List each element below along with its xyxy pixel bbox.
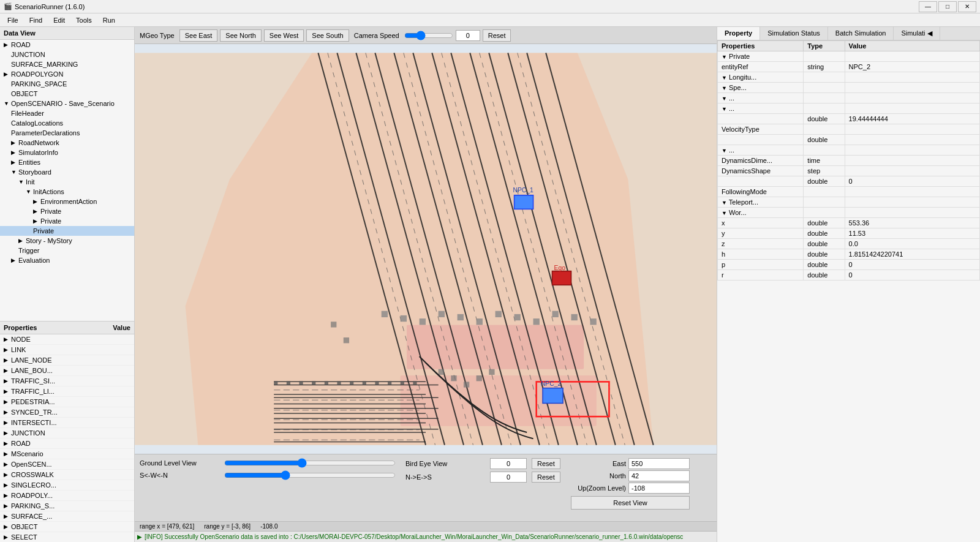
table-row[interactable]: double 0	[718, 176, 980, 187]
tab-batch-simulation[interactable]: Batch Simulation	[828, 27, 894, 40]
svg-rect-63	[274, 381, 277, 385]
table-row[interactable]: DynamicsShape step	[718, 166, 980, 176]
prop-intersecti[interactable]: ▶INTERSECTI...	[0, 418, 134, 428]
table-row[interactable]: ▼ Private	[718, 51, 980, 62]
prop-select[interactable]: ▶SELECT	[0, 532, 134, 542]
prop-traffic-li[interactable]: ▶TRAFFIC_LI...	[0, 386, 134, 397]
tree-item-storyboard[interactable]: ▼Storyboard	[0, 167, 134, 177]
table-row[interactable]: ▼ Teleport...	[718, 197, 980, 208]
maximize-button[interactable]: □	[938, 1, 957, 12]
tree-item-roadpolygon[interactable]: ▶ROADPOLYGON	[0, 69, 134, 79]
prop-object[interactable]: ▶OBJECT	[0, 522, 134, 532]
close-button[interactable]: ✕	[958, 1, 976, 12]
tree-item-fileheader[interactable]: FileHeader	[0, 108, 134, 118]
table-row[interactable]: h double 1.8151424220741	[718, 249, 980, 260]
tree-item-param-decl[interactable]: ParameterDeclarations	[0, 128, 134, 138]
menu-run[interactable]: Run	[98, 15, 120, 25]
see-north-button[interactable]: See North	[220, 29, 262, 42]
table-row[interactable]: double 19.44444444	[718, 114, 980, 124]
window-controls: — □ ✕	[919, 1, 976, 12]
see-south-button[interactable]: See South	[306, 29, 349, 42]
tree-item-roadnetwork[interactable]: ▶RoadNetwork	[0, 138, 134, 148]
table-row[interactable]: entityRef string	[718, 62, 980, 72]
tree-item-story[interactable]: ▶Story - MyStory	[0, 236, 134, 246]
prop-lane-node[interactable]: ▶LANE_NODE	[0, 355, 134, 366]
prop-lane-bou[interactable]: ▶LANE_BOU...	[0, 366, 134, 376]
north-input[interactable]	[628, 470, 690, 481]
prop-crosswalk[interactable]: ▶CROSSWALK	[0, 470, 134, 480]
table-row[interactable]: DynamicsDime... time	[718, 156, 980, 166]
table-row[interactable]: p double 0	[718, 260, 980, 270]
tree-item-surface-marking[interactable]: SURFACE_MARKING	[0, 59, 134, 69]
minimize-button[interactable]: —	[919, 1, 937, 12]
table-row[interactable]: r double 0	[718, 270, 980, 280]
see-west-button[interactable]: See West	[264, 29, 304, 42]
prop-openscen[interactable]: ▶OpenSCEN...	[0, 459, 134, 470]
prop-singlecro[interactable]: ▶SINGLECRO...	[0, 480, 134, 491]
prop-traffic-si[interactable]: ▶TRAFFIC_SI...	[0, 376, 134, 386]
tab-simulation-status[interactable]: Simulation Status	[760, 27, 828, 40]
reset-view-button[interactable]: Reset View	[571, 496, 690, 510]
table-row[interactable]: ▼ ...	[718, 93, 980, 104]
table-row[interactable]: VelocityType	[718, 124, 980, 135]
sw-n-slider[interactable]	[224, 470, 396, 480]
tree-item-entities[interactable]: ▶Entities	[0, 157, 134, 167]
tab-simulati[interactable]: Simulati ◀	[894, 27, 940, 40]
prop-surface[interactable]: ▶SURFACE_...	[0, 511, 134, 522]
bird-eye-input[interactable]	[490, 458, 527, 469]
table-row[interactable]: double	[718, 135, 980, 145]
menu-edit[interactable]: Edit	[48, 15, 70, 25]
tree-item-parking-space[interactable]: PARKING_SPACE	[0, 79, 134, 89]
tree-item-private1[interactable]: ▶Private	[0, 206, 134, 216]
tree-item-init[interactable]: ▼Init	[0, 177, 134, 187]
tree-item-catalog[interactable]: CatalogLocations	[0, 118, 134, 128]
table-row[interactable]: ▼ Spe...	[718, 83, 980, 93]
prop-roadpoly[interactable]: ▶ROADPOLY...	[0, 491, 134, 501]
tree-item-evaluation[interactable]: ▶Evaluation	[0, 255, 134, 265]
prop-link[interactable]: ▶LINK	[0, 345, 134, 355]
prop-road[interactable]: ▶ROAD	[0, 438, 134, 449]
prop-pedestria[interactable]: ▶PEDESTRIA...	[0, 397, 134, 407]
camera-reset-button[interactable]: Reset	[483, 29, 511, 42]
up-zoom-input[interactable]	[628, 483, 690, 494]
tree-item-initactions[interactable]: ▼InitActions	[0, 187, 134, 197]
tree-item-junction[interactable]: JUNCTION	[0, 50, 134, 59]
table-row[interactable]: ▼ Longitu...	[718, 72, 980, 83]
table-row[interactable]: y double 11.53	[718, 228, 980, 239]
table-row[interactable]: z double 0.0	[718, 239, 980, 249]
table-row[interactable]: x double 553.36	[718, 218, 980, 228]
tree-item-road[interactable]: ▶ROAD	[0, 40, 134, 50]
tree-item-private3[interactable]: Private	[0, 226, 134, 236]
menu-find[interactable]: Find	[24, 15, 47, 25]
menu-file[interactable]: File	[2, 15, 23, 25]
svg-rect-67	[325, 381, 328, 385]
tree-item-private2[interactable]: ▶Private	[0, 216, 134, 226]
properties-panel-title: PropertiesValue	[0, 322, 134, 334]
tree-item-trigger[interactable]: Trigger	[0, 246, 134, 255]
app-icon: 🎬	[4, 2, 12, 10]
table-row[interactable]: ▼ ...	[718, 145, 980, 156]
menu-tools[interactable]: Tools	[71, 15, 97, 25]
tab-property[interactable]: Property	[717, 27, 760, 40]
n-e-s-reset-button[interactable]: Reset	[532, 472, 560, 483]
n-e-s-input[interactable]	[490, 472, 527, 483]
table-row[interactable]: ▼ ...	[718, 104, 980, 114]
camera-speed-slider[interactable]	[404, 31, 453, 40]
prop-junction[interactable]: ▶JUNCTION	[0, 428, 134, 438]
camera-speed-input[interactable]	[456, 30, 480, 41]
tree-item-siminfo[interactable]: ▶SimulatorInfo	[0, 148, 134, 157]
prop-mscenario[interactable]: ▶MScenario	[0, 449, 134, 459]
see-east-button[interactable]: See East	[179, 29, 218, 42]
table-row[interactable]: ▼ Wor...	[718, 208, 980, 218]
map-area[interactable]: NPC_1 Ego NPC_2 North	[135, 44, 717, 454]
table-row[interactable]: FollowingMode	[718, 187, 980, 197]
tree-item-object[interactable]: OBJECT	[0, 89, 134, 99]
tree-item-openscenario[interactable]: ▼OpenSCENARIO - Save_Scenario	[0, 99, 134, 108]
tree-item-envaction[interactable]: ▶EnvironmentAction	[0, 197, 134, 206]
east-input[interactable]	[628, 458, 690, 469]
bird-eye-reset-button[interactable]: Reset	[532, 458, 560, 469]
prop-parking-s[interactable]: ▶PARKING_S...	[0, 501, 134, 511]
ground-level-slider[interactable]	[224, 458, 396, 468]
prop-node[interactable]: ▶NODE	[0, 334, 134, 345]
prop-synced-tr[interactable]: ▶SYNCED_TR...	[0, 407, 134, 418]
